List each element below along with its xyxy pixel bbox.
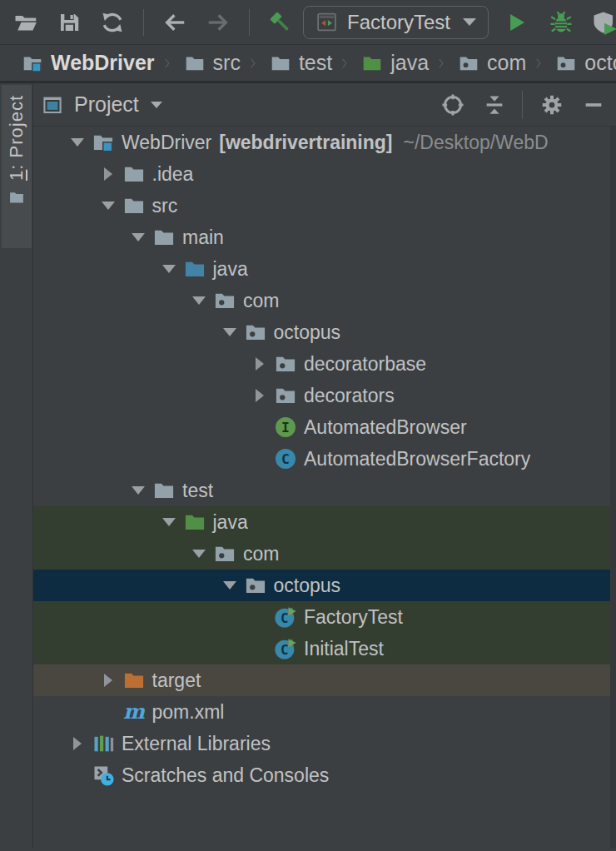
collapse-arrow-icon[interactable] xyxy=(247,389,272,402)
tree-item-label: AutomatedBrowser xyxy=(304,416,467,439)
breadcrumb-separator-icon xyxy=(535,52,546,75)
tree-item-com[interactable]: com xyxy=(33,285,616,316)
header-separator xyxy=(522,91,523,119)
tree-item-label: FactoryTest xyxy=(304,606,403,629)
expand-arrow-icon[interactable] xyxy=(186,550,211,558)
tree-item-webdriver[interactable]: WebDriver[webdrivertraining]~/Desktop/We… xyxy=(33,127,616,158)
package-icon xyxy=(213,289,236,312)
project-toolwindow-icon xyxy=(40,92,65,117)
expand-arrow-icon[interactable] xyxy=(156,518,181,526)
expand-arrow-icon[interactable] xyxy=(217,581,242,590)
tree-item-target[interactable]: target xyxy=(33,664,616,696)
breadcrumb-item-java[interactable]: java xyxy=(361,51,429,75)
maven-icon: m xyxy=(122,700,146,724)
tree-item-pom.xml[interactable]: mpom.xml xyxy=(33,696,616,728)
tree-item-octopus[interactable]: octopus xyxy=(33,570,616,601)
synchronize-button[interactable] xyxy=(100,10,125,35)
tree-item-octopus[interactable]: octopus xyxy=(33,316,616,348)
chevron-down-icon[interactable] xyxy=(151,102,162,108)
breadcrumb-item-webdriver[interactable]: WebDriver xyxy=(22,51,155,75)
expand-arrow-icon[interactable] xyxy=(126,233,151,241)
svg-text:C: C xyxy=(281,610,288,626)
folder-icon xyxy=(152,226,176,249)
collapse-all-button[interactable] xyxy=(482,92,507,117)
breadcrumb-label: java xyxy=(390,51,429,75)
debug-button[interactable] xyxy=(547,10,575,35)
settings-gear-button[interactable] xyxy=(539,92,564,117)
run-config-selector[interactable]: FactoryTest xyxy=(303,6,489,39)
tree-item-automatedbrowserfactory[interactable]: CAutomatedBrowserFactory xyxy=(33,443,616,475)
run-button[interactable] xyxy=(504,10,529,35)
tree-item-factorytest[interactable]: CFactoryTest xyxy=(33,601,616,633)
tool-window-stripe: 1: Project xyxy=(0,83,33,849)
tree-item-decorators[interactable]: decorators xyxy=(33,380,616,411)
tree-item-test[interactable]: test xyxy=(33,475,616,506)
expand-arrow-icon[interactable] xyxy=(126,486,151,495)
tree-item-main[interactable]: main xyxy=(33,221,616,253)
expand-arrow-icon[interactable] xyxy=(156,265,181,273)
folder-test-icon xyxy=(361,52,383,74)
hide-panel-button[interactable] xyxy=(581,92,606,117)
svg-text:I: I xyxy=(281,420,290,435)
interface-icon: I xyxy=(274,416,297,439)
tree-item-java[interactable]: java xyxy=(33,253,616,285)
build-button[interactable] xyxy=(268,10,293,35)
tree-item-label: com xyxy=(243,543,279,565)
project-module-name: [webdrivertraining] xyxy=(219,132,392,154)
svg-text:C: C xyxy=(281,451,290,467)
tree-item-label: .idea xyxy=(152,163,194,186)
package-icon xyxy=(274,384,297,407)
collapse-arrow-icon[interactable] xyxy=(65,737,90,750)
panel-title: Project xyxy=(74,92,139,117)
tool-window-tab-label: 1: Project xyxy=(6,95,27,181)
collapse-arrow-icon[interactable] xyxy=(96,674,121,687)
project-folder-icon xyxy=(22,52,43,74)
collapse-arrow-icon[interactable] xyxy=(96,167,121,181)
breadcrumb-item-src[interactable]: src xyxy=(184,51,241,75)
breadcrumb-label: test xyxy=(299,51,332,75)
expand-arrow-icon[interactable] xyxy=(217,328,242,336)
breadcrumb-item-octopus[interactable]: octopus xyxy=(555,51,616,75)
collapse-arrow-icon[interactable] xyxy=(247,357,272,371)
project-path: ~/Desktop/WebD xyxy=(404,132,549,154)
tree-item-scratches-and-consoles[interactable]: Scratches and Consoles xyxy=(33,759,616,791)
svg-text:m: m xyxy=(123,700,146,724)
coverage-button[interactable] xyxy=(589,10,616,35)
tree-item-initialtest[interactable]: CInitialTest xyxy=(33,633,616,664)
folder-excluded-icon xyxy=(122,669,146,692)
breadcrumb-separator-icon xyxy=(341,52,352,75)
breadcrumb-item-test[interactable]: test xyxy=(270,51,332,75)
chevron-down-icon xyxy=(463,18,476,26)
tree-item-external-libraries[interactable]: External Libraries xyxy=(33,728,616,759)
tree-item-java[interactable]: java xyxy=(33,506,616,538)
tool-window-tab-project[interactable]: 1: Project xyxy=(2,85,32,248)
folder-icon xyxy=(8,189,25,206)
tree-item-label: WebDriver xyxy=(122,132,211,154)
tree-item-decoratorbase[interactable]: decoratorbase xyxy=(33,348,616,380)
tree-item-com[interactable]: com xyxy=(33,538,616,570)
toolbar-separator xyxy=(249,9,250,36)
forward-button[interactable] xyxy=(206,10,231,35)
tree-item-label: InitialTest xyxy=(304,638,384,660)
locate-file-button[interactable] xyxy=(440,92,465,117)
toolbar-separator xyxy=(143,9,144,36)
open-project-button[interactable] xyxy=(13,10,38,35)
expand-arrow-icon[interactable] xyxy=(96,202,121,210)
project-folder-icon xyxy=(92,131,115,154)
folder-icon xyxy=(122,194,146,217)
folder-icon xyxy=(184,52,206,74)
breadcrumb-item-com[interactable]: com xyxy=(458,51,526,75)
folder-source-icon xyxy=(183,257,206,281)
expand-arrow-icon[interactable] xyxy=(65,138,90,147)
tree-item-label: com xyxy=(243,290,279,312)
tree-item-automatedbrowser[interactable]: IAutomatedBrowser xyxy=(33,411,616,443)
tree-item-src[interactable]: src xyxy=(33,190,616,221)
expand-arrow-icon[interactable] xyxy=(186,296,211,305)
breadcrumb-label: WebDriver xyxy=(51,51,155,75)
tree-item-.idea[interactable]: .idea xyxy=(33,158,616,190)
breadcrumb-separator-icon xyxy=(250,52,261,75)
save-all-button[interactable] xyxy=(57,10,82,35)
tree-item-label: AutomatedBrowserFactory xyxy=(304,448,530,470)
scrollbar[interactable] xyxy=(610,127,616,849)
back-button[interactable] xyxy=(162,10,187,35)
